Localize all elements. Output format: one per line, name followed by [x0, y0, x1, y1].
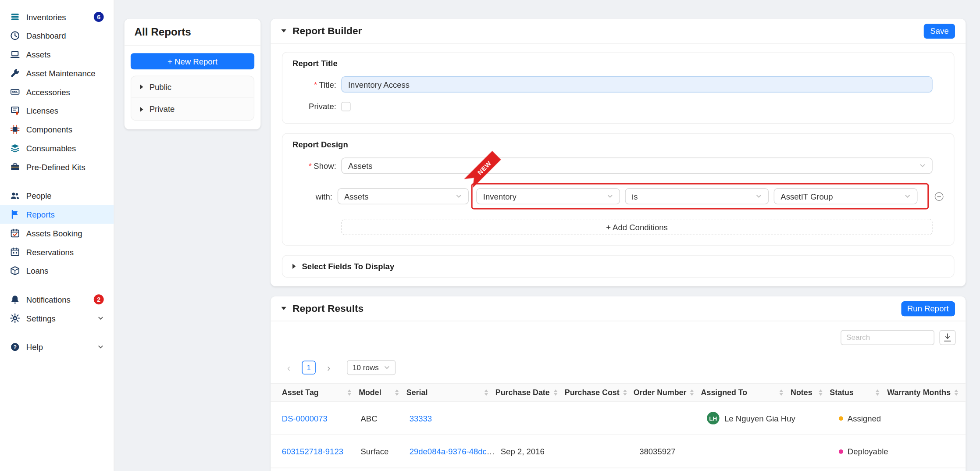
column-header[interactable]: Warranty Months — [887, 388, 966, 397]
sidebar-item-people[interactable]: People — [0, 186, 114, 205]
sidebar-item-licenses[interactable]: Licenses — [0, 101, 114, 120]
column-header[interactable]: Purchase Date — [495, 388, 565, 397]
sort-icon[interactable] — [395, 389, 399, 396]
download-button[interactable] — [939, 330, 955, 345]
condition-value-select[interactable]: AssetIT Group — [774, 188, 918, 204]
chevron-down-icon — [97, 315, 103, 321]
remove-condition-icon[interactable] — [934, 192, 944, 201]
report-title-input[interactable] — [341, 76, 932, 93]
report-builder-card: Report Builder Save Report Title *Title:… — [271, 19, 966, 286]
current-page-button[interactable]: 1 — [302, 360, 315, 374]
license-icon — [10, 106, 20, 116]
sidebar-item-help[interactable]: ? Help — [0, 338, 114, 357]
chevron-down-icon — [603, 193, 613, 199]
sidebar-item-label: Licenses — [26, 106, 58, 115]
sort-icon[interactable] — [876, 389, 880, 396]
column-header[interactable]: Notes — [791, 388, 830, 397]
serial-link[interactable]: 29de084a-9376-48dc-... — [410, 446, 496, 456]
caret-down-icon — [281, 307, 286, 310]
report-group-private[interactable]: Private — [131, 98, 253, 120]
sidebar-item-reservations[interactable]: Reservations — [0, 243, 114, 261]
next-page-button[interactable]: › — [322, 360, 335, 374]
sidebar-item-label: Asset Maintenance — [26, 68, 96, 78]
column-header[interactable]: Order Number — [634, 388, 701, 397]
sort-icon[interactable] — [819, 389, 823, 396]
sidebar-item-accessories[interactable]: Accessories — [0, 82, 114, 101]
sort-icon[interactable] — [553, 389, 557, 396]
status-dot — [839, 449, 843, 453]
with-row: with: Assets NEW Inventory — [292, 183, 944, 210]
chevron-down-icon — [901, 193, 911, 199]
cell-model: ABC — [360, 414, 409, 423]
sidebar-item-consumables[interactable]: Consumables — [0, 139, 114, 157]
sidebar-item-assets[interactable]: Assets — [0, 45, 114, 64]
report-builder-title: Report Builder — [292, 25, 362, 37]
sidebar-item-components[interactable]: Components — [0, 120, 114, 139]
sidebar-item-dashboard[interactable]: Dashboard — [0, 26, 114, 45]
caret-right-icon — [140, 107, 143, 111]
save-button[interactable]: Save — [924, 23, 955, 38]
column-header[interactable]: Status — [830, 388, 887, 397]
sidebar-item-settings[interactable]: Settings — [0, 309, 114, 328]
add-conditions-button[interactable]: + Add Conditions — [341, 219, 932, 235]
gear-icon — [10, 313, 20, 323]
sidebar-item-pre-defined-kits[interactable]: Pre-Defined Kits — [0, 157, 114, 176]
sidebar-item-notifications[interactable]: Notifications 2 — [0, 290, 114, 309]
sidebar-item-label: Pre-Defined Kits — [26, 162, 86, 171]
new-report-button[interactable]: + New Report — [131, 53, 254, 69]
title-label: *Title: — [292, 80, 336, 89]
column-header[interactable]: Assigned To — [701, 388, 791, 397]
asset-tag-link[interactable]: 603152718-9123 — [282, 446, 343, 456]
sidebar-item-asset-maintenance[interactable]: Asset Maintenance — [0, 64, 114, 82]
asset-tag-link[interactable]: DS-0000073 — [282, 414, 328, 423]
serial-link[interactable]: 33333 — [410, 414, 432, 423]
column-header[interactable]: Serial — [406, 388, 495, 397]
select-fields-label: Select Fields To Display — [302, 262, 394, 271]
sort-icon[interactable] — [484, 389, 488, 396]
caret-right-icon — [292, 264, 296, 269]
report-groups-list: Public Private — [131, 75, 254, 121]
report-design-section: Report Design *Show: Assets with: Assets — [282, 133, 955, 246]
chip-icon — [10, 125, 20, 135]
required-mark: * — [309, 161, 312, 170]
status-label: Deployable — [848, 446, 888, 456]
rows-per-page-select[interactable]: 10 rows — [347, 360, 396, 375]
with-select[interactable]: Assets — [337, 188, 469, 204]
report-title-section: Report Title *Title: Private: — [282, 52, 955, 124]
sidebar-item-assets-booking[interactable]: Assets Booking — [0, 224, 114, 243]
notifications-badge: 2 — [94, 294, 104, 304]
column-header[interactable]: Purchase Cost — [565, 388, 634, 397]
sidebar-group-gap — [0, 280, 114, 290]
briefcase-icon — [10, 162, 20, 172]
report-builder-header[interactable]: Report Builder Save — [271, 19, 966, 44]
run-report-button[interactable]: Run Report — [901, 301, 955, 316]
sidebar-item-label: Reservations — [26, 247, 74, 257]
main-content: Report Builder Save Report Title *Title:… — [271, 19, 966, 471]
sort-icon[interactable] — [779, 389, 783, 396]
with-select-value: Assets — [344, 192, 369, 201]
sidebar-group-gap — [0, 176, 114, 186]
sidebar-item-reports[interactable]: Reports — [0, 205, 114, 224]
sort-icon[interactable] — [623, 389, 627, 396]
report-group-public[interactable]: Public — [131, 76, 253, 98]
show-select[interactable]: Assets — [341, 157, 932, 174]
sort-icon[interactable] — [690, 389, 694, 396]
sidebar-item-inventories[interactable]: Inventories 6 — [0, 7, 114, 26]
search-input[interactable] — [841, 330, 934, 345]
help-icon: ? — [10, 342, 20, 352]
prev-page-button[interactable]: ‹ — [282, 360, 296, 374]
report-results-card: Report Results Run Report ‹ 1 › 10 rows … — [271, 296, 966, 471]
sort-icon[interactable] — [347, 389, 351, 396]
column-header[interactable]: Model — [359, 388, 406, 397]
condition-operator-select[interactable]: is — [625, 188, 769, 204]
report-results-header[interactable]: Report Results Run Report — [271, 296, 966, 321]
bell-icon — [10, 294, 20, 304]
select-fields-collapse[interactable]: Select Fields To Display — [282, 255, 955, 278]
private-checkbox[interactable] — [341, 102, 350, 111]
condition-field-select[interactable]: Inventory — [476, 188, 620, 204]
private-row: Private: — [292, 102, 944, 111]
svg-text:?: ? — [14, 344, 17, 350]
sort-icon[interactable] — [955, 389, 959, 396]
column-header[interactable]: Asset Tag — [282, 388, 359, 397]
sidebar-item-loans[interactable]: Loans — [0, 261, 114, 280]
